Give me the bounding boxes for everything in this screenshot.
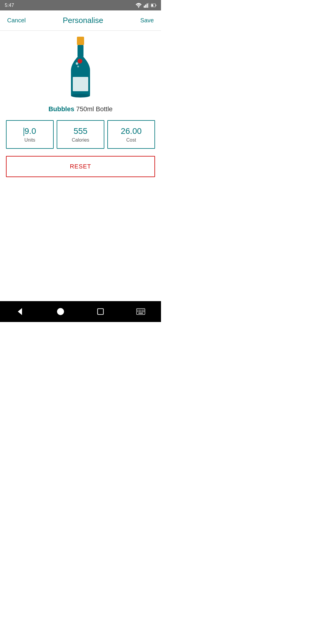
- reset-button[interactable]: RESET: [6, 156, 155, 177]
- svg-rect-21: [97, 309, 103, 315]
- svg-rect-18: [73, 77, 88, 91]
- back-button[interactable]: [16, 307, 24, 316]
- cancel-button[interactable]: Cancel: [7, 17, 26, 24]
- svg-rect-24: [139, 310, 140, 311]
- calories-value: 555: [74, 126, 88, 136]
- svg-rect-6: [156, 4, 156, 6]
- wifi-icon: [135, 3, 142, 8]
- status-time: 5:47: [5, 3, 14, 8]
- svg-point-15: [78, 59, 82, 64]
- units-box[interactable]: 9.0 Units: [6, 120, 54, 149]
- signal-icon: [144, 3, 149, 8]
- cost-box[interactable]: 26.00 Cost: [107, 120, 155, 149]
- cost-label: Cost: [126, 137, 136, 143]
- svg-point-17: [77, 66, 79, 67]
- status-bar: 5:47: [0, 0, 161, 10]
- calories-box[interactable]: 555 Calories: [57, 120, 104, 149]
- info-boxes-container: 9.0 Units 555 Calories 26.00 Cost: [6, 120, 155, 149]
- svg-rect-33: [138, 313, 143, 314]
- units-value: 9.0: [24, 126, 36, 136]
- svg-rect-1: [144, 5, 145, 7]
- svg-point-0: [138, 7, 139, 7]
- status-icons: [135, 3, 156, 8]
- navigation-bar: [0, 301, 161, 322]
- battery-icon: [151, 3, 156, 8]
- svg-rect-11: [77, 37, 84, 45]
- svg-rect-27: [143, 310, 144, 311]
- product-image: [63, 37, 98, 100]
- keyboard-button[interactable]: [136, 308, 145, 315]
- svg-rect-2: [145, 4, 146, 8]
- svg-rect-29: [139, 311, 140, 312]
- calories-label: Calories: [72, 137, 89, 143]
- svg-rect-28: [137, 311, 138, 312]
- page-title: Personalise: [63, 16, 103, 25]
- svg-rect-23: [137, 310, 138, 311]
- svg-marker-19: [18, 308, 22, 315]
- svg-rect-25: [140, 310, 141, 311]
- svg-rect-30: [140, 311, 141, 312]
- product-name-bold: Bubbles: [48, 105, 74, 113]
- svg-rect-4: [148, 3, 149, 8]
- main-content: Bubbles 750ml Bottle 9.0 Units 555 Calor…: [0, 31, 161, 301]
- cursor: [24, 128, 24, 136]
- svg-rect-32: [143, 311, 144, 312]
- product-name-rest: 750ml Bottle: [74, 105, 112, 113]
- svg-rect-26: [142, 310, 143, 311]
- header: Cancel Personalise Save: [0, 10, 161, 31]
- cost-value: 26.00: [121, 126, 142, 136]
- units-label: Units: [24, 137, 35, 143]
- svg-rect-3: [147, 3, 148, 7]
- save-button[interactable]: Save: [140, 17, 154, 24]
- svg-point-16: [76, 62, 78, 65]
- svg-rect-31: [142, 311, 143, 312]
- product-name: Bubbles 750ml Bottle: [48, 105, 112, 113]
- svg-point-20: [57, 308, 64, 315]
- recents-button[interactable]: [97, 308, 104, 315]
- svg-rect-12: [78, 45, 83, 57]
- svg-point-14: [71, 94, 90, 97]
- home-button[interactable]: [56, 307, 65, 316]
